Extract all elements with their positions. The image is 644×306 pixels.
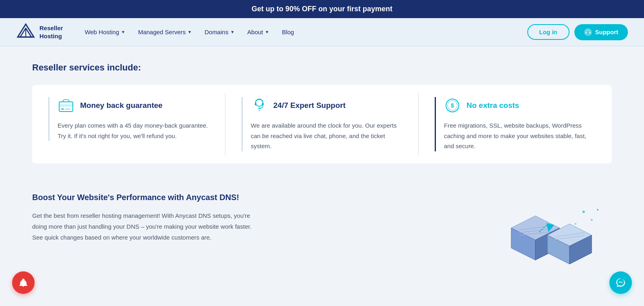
svg-rect-10 (255, 103, 256, 105)
svg-point-32 (597, 209, 599, 211)
no-costs-icon: $ (444, 97, 461, 114)
chat-icon (615, 277, 626, 288)
svg-point-34 (620, 282, 621, 283)
svg-point-29 (582, 211, 585, 213)
nav-links: Web Hosting ▼ Managed Servers ▼ Domains … (79, 25, 527, 39)
svg-point-33 (619, 282, 620, 283)
support-headset-icon (251, 97, 268, 114)
money-back-desc: Every plan comes with a 45 day money-bac… (58, 120, 209, 141)
login-button[interactable]: Log in (527, 24, 570, 40)
money-back-icon (58, 97, 74, 114)
nav-managed-servers[interactable]: Managed Servers ▼ (132, 25, 197, 39)
navbar: Reseller Hosting Web Hosting ▼ Managed S… (0, 18, 644, 46)
chevron-down-icon: ▼ (188, 30, 192, 34)
no-costs-title: No extra costs (466, 101, 519, 111)
promo-banner: Get up to 90% OFF on your first payment (0, 0, 644, 18)
service-card-no-costs: $ No extra costs Free migrations, SSL, w… (419, 85, 612, 163)
headset-icon (584, 28, 592, 36)
dns-graphic (495, 192, 608, 272)
services-section-title: Reseller services include: (32, 62, 612, 73)
svg-point-30 (591, 219, 593, 221)
main-content: Reseller services include: Money back gu… (0, 46, 644, 288)
logo-text: Reseller Hosting (39, 24, 63, 40)
chevron-down-icon: ▼ (230, 30, 234, 34)
logo-icon (16, 23, 35, 42)
svg-rect-6 (59, 104, 73, 107)
nav-web-hosting[interactable]: Web Hosting ▼ (79, 25, 131, 39)
bell-icon (19, 278, 28, 287)
svg-rect-11 (262, 103, 264, 105)
money-back-title: Money back guarantee (80, 101, 163, 111)
nav-about[interactable]: About ▼ (242, 25, 275, 39)
chevron-down-icon: ▼ (265, 30, 269, 34)
svg-rect-8 (65, 108, 70, 110)
nav-blog[interactable]: Blog (276, 25, 299, 39)
support-desc: We are available around the clock for yo… (251, 120, 402, 151)
support-button[interactable]: Support (574, 24, 628, 40)
svg-rect-4 (589, 32, 590, 34)
support-title: 24/7 Expert Support (273, 101, 346, 111)
service-card-support: 24/7 Expert Support We are available aro… (225, 85, 419, 163)
chevron-down-icon: ▼ (121, 30, 125, 34)
svg-point-31 (575, 223, 576, 225)
nav-actions: Log in Support (527, 24, 628, 40)
svg-rect-7 (61, 108, 64, 110)
svg-point-13 (258, 110, 260, 111)
anycast-section: Boost Your Website's Performance with An… (32, 188, 612, 272)
anycast-text: Boost Your Website's Performance with An… (32, 192, 254, 243)
nav-domains[interactable]: Domains ▼ (199, 25, 240, 39)
logo[interactable]: Reseller Hosting (16, 23, 63, 42)
anycast-illustration (491, 192, 612, 272)
services-grid: Money back guarantee Every plan comes wi… (32, 85, 612, 163)
no-costs-desc: Free migrations, SSL, website backups, W… (444, 120, 596, 151)
svg-text:$: $ (451, 102, 454, 109)
svg-rect-3 (585, 32, 586, 34)
service-card-money-back: Money back guarantee Every plan comes wi… (32, 85, 225, 163)
svg-rect-12 (258, 108, 260, 109)
anycast-title: Boost Your Website's Performance with An… (32, 192, 254, 203)
anycast-desc: Get the best from reseller hosting manag… (32, 210, 254, 243)
svg-point-35 (621, 282, 623, 283)
